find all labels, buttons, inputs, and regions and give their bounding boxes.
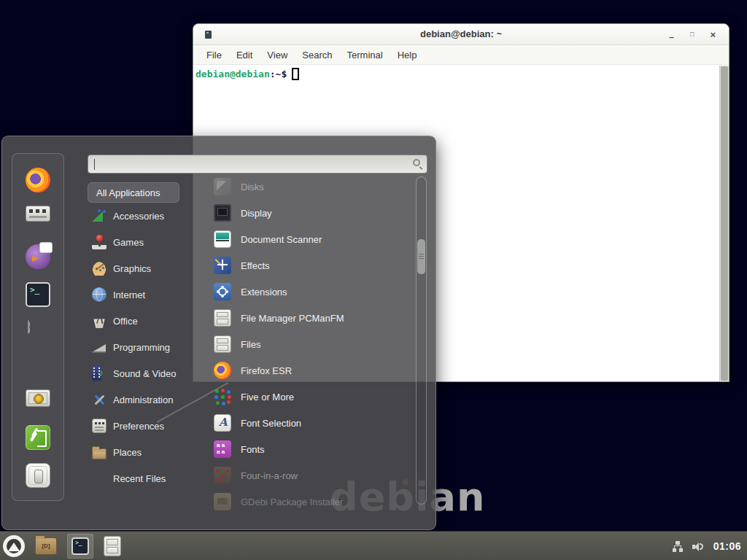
category-graphics[interactable]: Graphics [86,255,197,281]
internet-icon [92,287,107,302]
menu-view[interactable]: View [260,50,295,61]
desktop: debian debian@debian: ~ – □ × File Edit … [0,0,747,560]
app-list-scrollbar[interactable] [416,176,427,505]
disks-icon [214,178,231,195]
application-list: Disks Display Document Scanner Effects E… [198,174,415,515]
menu-edit[interactable]: Edit [229,50,260,61]
app-list-scrollbar-thumb[interactable] [417,239,425,274]
category-sound-video[interactable]: Sound & Video [86,360,197,386]
control-center-icon[interactable] [26,206,50,222]
five-or-more-icon [214,388,231,405]
accessories-icon [92,209,107,223]
minimize-button[interactable]: – [669,28,674,42]
terminal-menubar: File Edit View Search Terminal Help [193,45,729,65]
office-icon [92,314,107,328]
menu-file[interactable]: File [199,50,229,61]
category-office[interactable]: Office [86,308,197,334]
terminal-titlebar[interactable]: debian@debian: ~ – □ × [193,24,729,45]
search-box [88,155,427,174]
app-files[interactable]: Files [198,331,415,357]
file-manager-taskbar-button[interactable] [104,536,121,556]
prompt-path: :~$ [270,69,287,79]
taskbar-clock[interactable]: 01:06 [713,540,741,552]
category-recent-files[interactable]: Recent Files [86,465,197,491]
games-icon [92,235,107,249]
terminal-window-title: debian@debian: ~ [193,28,729,39]
app-display[interactable]: Display [198,200,415,226]
graphics-icon [92,261,107,276]
file-manager-icon[interactable] [28,320,29,334]
volume-icon[interactable] [692,541,705,552]
maximize-button[interactable]: □ [690,31,694,38]
app-gdebi-package-installer[interactable]: GDebi Package Installer [198,489,415,515]
search-icon [413,159,420,166]
pidgin-icon[interactable] [26,244,50,269]
applications-menu-button[interactable] [3,535,25,557]
programming-icon [92,340,107,354]
category-internet[interactable]: Internet [86,281,197,308]
application-menu: All Applications Accessories Games Graph… [1,136,436,530]
firefox-esr-icon [214,362,231,379]
terminal-icon[interactable] [26,282,50,307]
app-effects[interactable]: Effects [198,252,415,279]
desktop-folder-icon[interactable]: [D] [35,537,57,555]
terminal-scrollbar-thumb[interactable] [721,66,728,381]
terminal-taskbar-button[interactable] [67,534,93,559]
firefox-icon[interactable] [26,168,50,192]
app-five-or-more[interactable]: Five or More [198,384,415,410]
category-accessories[interactable]: Accessories [86,203,197,229]
app-extensions[interactable]: Extensions [198,279,415,305]
terminal-launcher-icon [71,537,89,555]
category-list: Accessories Games Graphics Internet Offi… [86,203,197,491]
font-selection-icon [214,414,231,432]
search-input[interactable] [88,155,427,173]
four-in-a-row-icon [214,467,231,484]
shut-down-icon[interactable] [26,463,50,488]
text-caret [94,159,95,170]
terminal-scrollbar[interactable] [719,66,729,381]
app-disks[interactable]: Disks [198,174,415,200]
document-scanner-icon [214,230,231,248]
folder-badge: [D] [36,542,56,549]
files-icon [214,335,231,353]
favorites-sidebar [12,153,64,501]
category-all-applications[interactable]: All Applications [88,182,179,203]
app-font-selection[interactable]: Font Selection [198,410,415,436]
fonts-icon [214,440,231,458]
preferences-icon [92,419,107,433]
prompt-user-host: debian@debian [196,69,270,79]
app-firefox-esr[interactable]: Firefox ESR [198,357,415,384]
app-fonts[interactable]: Fonts [198,436,415,462]
category-games[interactable]: Games [86,229,197,255]
app-four-in-a-row[interactable]: Four-in-a-row [198,462,415,489]
menu-terminal[interactable]: Terminal [340,50,390,61]
lock-screen-icon[interactable] [26,389,50,407]
network-icon[interactable] [672,541,684,552]
menu-help[interactable]: Help [390,50,425,61]
log-out-icon[interactable] [26,425,50,450]
extensions-icon [214,283,231,300]
file-manager-pcmanfm-icon [214,309,231,327]
terminal-cursor [292,68,299,80]
display-icon [214,204,231,222]
places-icon [92,448,107,459]
category-preferences[interactable]: Preferences [86,413,197,439]
app-document-scanner[interactable]: Document Scanner [198,226,415,252]
gdebi-icon [214,493,231,510]
category-places[interactable]: Places [86,439,197,465]
menu-search[interactable]: Search [295,50,339,61]
close-button[interactable]: × [710,30,716,39]
sound-video-icon [92,366,101,381]
taskbar: [D] 01:06 [0,531,747,560]
administration-icon [92,392,107,407]
app-file-manager-pcmanfm[interactable]: File Manager PCManFM [198,305,415,331]
effects-icon [214,257,231,274]
category-programming[interactable]: Programming [86,334,197,360]
